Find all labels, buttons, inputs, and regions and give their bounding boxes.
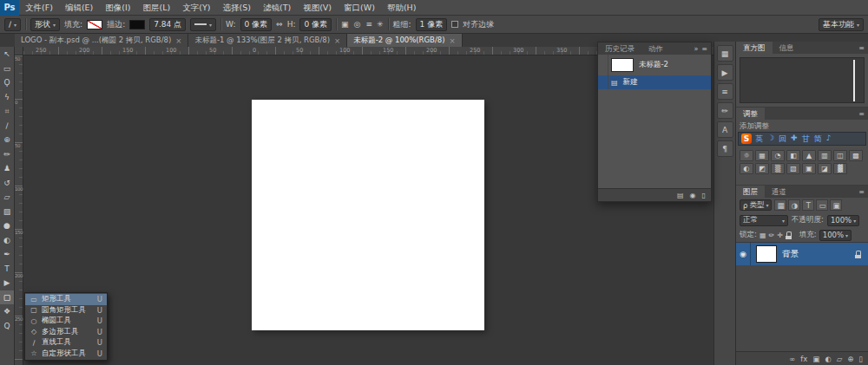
layer-filter-icon[interactable]: ◑: [788, 199, 800, 211]
layer-thumbnail[interactable]: [756, 245, 777, 263]
stroke-width-input[interactable]: 7.84 点: [149, 18, 186, 31]
crop-tool[interactable]: ⌗: [0, 104, 14, 119]
path-selection-tool[interactable]: ▶: [0, 276, 14, 290]
history-state-row[interactable]: ▤ 新建: [598, 75, 711, 89]
layers-panel-tab[interactable]: 图层: [736, 186, 765, 198]
layer-filter-icon[interactable]: T: [802, 199, 814, 211]
polygon-tool-item[interactable]: ◇ 多边形工具 U: [25, 327, 107, 338]
ime-toolbar-icon[interactable]: 回: [779, 134, 786, 145]
collapsed-character-panel-icon[interactable]: A: [717, 121, 733, 138]
line-tool-item[interactable]: ∕ 直线工具 U: [25, 337, 107, 349]
lock-option-icon[interactable]: ✛: [777, 231, 783, 239]
history-snapshot-row[interactable]: 未标题-2: [598, 55, 711, 75]
adjustment-preset-icon[interactable]: ▓: [833, 163, 847, 174]
hand-tool[interactable]: ❖: [0, 304, 14, 319]
lock-option-icon[interactable]: ▦: [760, 231, 766, 239]
workspace-switcher[interactable]: 基本功能 ▾: [819, 18, 864, 31]
blend-mode-select[interactable]: 正常 ▾: [740, 215, 788, 226]
collapsed-actions-panel-icon[interactable]: ▶: [717, 64, 733, 81]
collapsed-brush-panel-icon[interactable]: ✏: [717, 102, 733, 119]
histogram-panel-tab[interactable]: 信息: [773, 42, 801, 54]
lock-option-icon[interactable]: ✏: [768, 231, 774, 239]
delete-state-icon[interactable]: ▯: [702, 192, 706, 199]
document-tab[interactable]: LOGO - 副本.psd @ ...(椭圆 2 拷贝, RGB/8) ×: [15, 34, 188, 47]
tool-mode-select[interactable]: 形状 ▾: [30, 18, 60, 31]
tab-close-icon[interactable]: ×: [334, 36, 340, 45]
move-tool[interactable]: ↖: [0, 47, 14, 62]
opacity-input[interactable]: 100% ▾: [827, 215, 859, 226]
layer-filter-type-select[interactable]: ρ 类型 ▾: [740, 199, 772, 211]
align-edges-checkbox[interactable]: [451, 21, 458, 28]
weight-input[interactable]: 1 像素: [416, 18, 448, 31]
ime-logo[interactable]: S: [741, 134, 752, 144]
tool-preset-picker[interactable]: ∕ ▾: [4, 18, 21, 31]
layers-bottom-icon[interactable]: ∞: [789, 355, 795, 363]
panel-menu-icon[interactable]: ≡: [858, 188, 865, 196]
history-brush-tool[interactable]: ↺: [0, 176, 14, 191]
menu-item[interactable]: 文件(F): [19, 0, 59, 16]
path-operation-icon[interactable]: ◎: [354, 20, 361, 29]
zoom-tool[interactable]: Q: [0, 319, 14, 334]
new-doc-from-state-icon[interactable]: ▤: [677, 192, 684, 199]
adjustment-preset-icon[interactable]: ▣: [802, 163, 816, 174]
adjustment-preset-icon[interactable]: ▒: [771, 163, 785, 174]
ime-toolbar-icon[interactable]: ♪: [826, 134, 832, 145]
layers-bottom-icon[interactable]: ⊕: [847, 355, 853, 363]
layers-panel-tab[interactable]: 通道: [765, 186, 793, 198]
ellipse-tool-item[interactable]: ○ 椭圆工具 U: [25, 316, 107, 327]
panel-menu-icon[interactable]: ≡: [701, 45, 707, 53]
path-operation-icon[interactable]: ≡: [365, 20, 372, 29]
link-dimensions-icon[interactable]: ⇔: [276, 20, 283, 29]
eyedropper-tool[interactable]: ∕: [0, 119, 14, 134]
lock-all-icon[interactable]: [786, 231, 792, 239]
pen-tool[interactable]: ✒: [0, 247, 14, 262]
gradient-tool[interactable]: ▨: [0, 205, 14, 219]
tab-close-icon[interactable]: ×: [450, 36, 456, 45]
ime-toolbar-icon[interactable]: 英: [755, 134, 763, 145]
adjustment-preset-icon[interactable]: ▲: [802, 150, 816, 161]
dodge-tool[interactable]: ◐: [0, 233, 14, 248]
history-source-cell[interactable]: [598, 55, 608, 75]
adjustment-preset-icon[interactable]: ◪: [818, 163, 832, 174]
new-snapshot-icon[interactable]: ◉: [690, 192, 696, 199]
adjustment-preset-icon[interactable]: ◧: [786, 150, 800, 161]
layers-bottom-icon[interactable]: ▯: [858, 355, 863, 363]
adjustment-preset-icon[interactable]: ◐: [740, 163, 753, 174]
layer-filter-icon[interactable]: ▦: [774, 199, 786, 211]
collapsed-swatches-panel-icon[interactable]: ▦: [717, 45, 733, 62]
quick-selection-tool[interactable]: ϟ: [0, 90, 14, 105]
history-panel-tab[interactable]: 历史记录: [598, 42, 641, 55]
height-input[interactable]: 0 像素: [299, 18, 332, 31]
adjustment-preset-icon[interactable]: ▧: [786, 163, 800, 174]
layers-bottom-icon[interactable]: ▱: [837, 355, 843, 363]
adjustment-preset-icon[interactable]: ▦: [755, 150, 769, 161]
eraser-tool[interactable]: ▱: [0, 190, 14, 205]
path-operation-icon[interactable]: ▣: [341, 20, 349, 29]
collapsed-paragraph-panel-icon[interactable]: ¶: [717, 140, 733, 157]
type-tool[interactable]: T: [0, 262, 14, 277]
brush-tool[interactable]: ✏: [0, 147, 14, 162]
stroke-type-select[interactable]: ▾: [190, 18, 216, 31]
ime-toolbar-icon[interactable]: ✚: [791, 134, 798, 145]
history-source-cell[interactable]: [598, 75, 608, 89]
custom-shape-tool-item[interactable]: ☆ 自定形状工具 U: [25, 349, 107, 360]
lasso-tool[interactable]: Ϙ: [0, 75, 14, 90]
document-canvas[interactable]: [252, 100, 484, 330]
vertical-ruler[interactable]: [15, 55, 23, 365]
layer-filter-icon[interactable]: ▣: [830, 199, 842, 211]
adjustment-preset-icon[interactable]: ☼: [740, 150, 753, 161]
stroke-swatch[interactable]: [129, 20, 145, 29]
width-input[interactable]: 0 像素: [240, 18, 273, 31]
document-tab[interactable]: 未标题-1 @ 133%(图层 2 拷贝, RGB/8) ×: [188, 34, 347, 47]
menu-item[interactable]: 滤镜(T): [257, 0, 297, 16]
rectangle-tool-item[interactable]: ▭ 矩形工具 U: [25, 294, 107, 305]
fill-swatch[interactable]: [87, 20, 102, 29]
layers-bottom-icon[interactable]: fx: [800, 355, 807, 363]
marquee-tool[interactable]: ▭: [0, 62, 14, 76]
menu-item[interactable]: 图像(I): [99, 0, 136, 16]
gear-icon[interactable]: ✳: [377, 20, 384, 29]
rounded-rectangle-tool-item[interactable]: ▢ 圆角矩形工具 U: [25, 305, 107, 316]
layer-filter-icon[interactable]: ▭: [816, 199, 828, 211]
healing-brush-tool[interactable]: ⊕: [0, 133, 14, 147]
adjustment-preset-icon[interactable]: ◩: [755, 163, 769, 174]
